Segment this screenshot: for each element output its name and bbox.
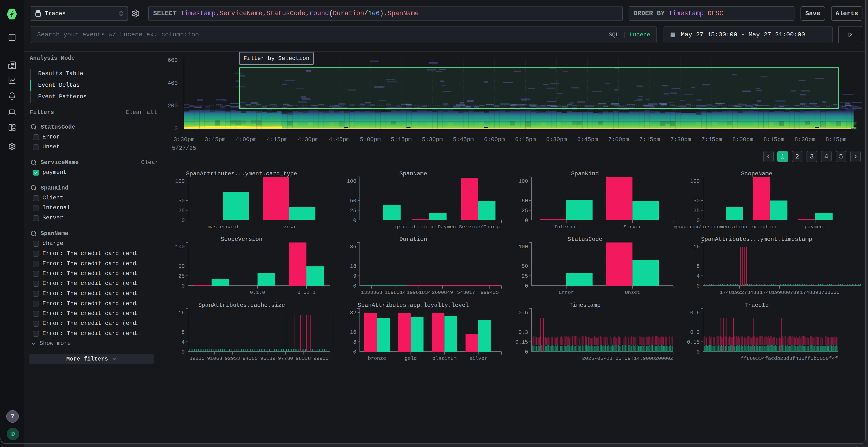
- svg-text:999435: 999435: [480, 290, 499, 295]
- svg-text:7:00pm: 7:00pm: [608, 136, 629, 143]
- svg-text:0.51.1: 0.51.1: [297, 290, 316, 295]
- svg-text:5:00pm: 5:00pm: [360, 136, 380, 143]
- svg-text:platinum: platinum: [432, 356, 457, 361]
- svg-text:96139: 96139: [260, 356, 275, 361]
- svg-text:0: 0: [353, 218, 356, 224]
- svg-text:4: 4: [182, 339, 185, 345]
- svg-text:1333363: 1333363: [361, 290, 382, 295]
- svg-text:TraceId: TraceId: [745, 302, 769, 309]
- svg-text:1748393738536: 1748393738536: [800, 290, 840, 295]
- svg-text:0.15: 0.15: [687, 339, 700, 345]
- svg-text:SpanAttributes.cache.size: SpanAttributes.cache.size: [198, 302, 285, 309]
- svg-text:8:45pm: 8:45pm: [826, 136, 846, 143]
- svg-text:8:30pm: 8:30pm: [795, 136, 815, 143]
- svg-text:ScopeVersion: ScopeVersion: [221, 236, 262, 243]
- svg-text:4: 4: [696, 273, 700, 279]
- svg-text:5:15pm: 5:15pm: [391, 136, 411, 143]
- svg-text:0: 0: [525, 218, 528, 224]
- svg-text:6:00pm: 6:00pm: [484, 136, 505, 143]
- svg-text:50: 50: [350, 198, 356, 204]
- svg-text:8: 8: [182, 330, 185, 336]
- svg-text:0: 0: [182, 218, 185, 224]
- svg-text:0.6: 0.6: [518, 310, 528, 316]
- svg-text:8: 8: [353, 339, 356, 345]
- svg-text:4:00pm: 4:00pm: [236, 136, 256, 143]
- svg-text:50: 50: [522, 198, 528, 204]
- svg-text:Duration: Duration: [399, 236, 427, 243]
- svg-text:1748199880789: 1748199880789: [760, 290, 799, 295]
- svg-text:32: 32: [350, 310, 356, 316]
- svg-text:Error: Error: [559, 290, 574, 295]
- svg-text:25: 25: [350, 208, 356, 214]
- svg-text:bronze: bronze: [368, 356, 386, 361]
- svg-text:4:45pm: 4:45pm: [329, 136, 350, 143]
- svg-text:6:30pm: 6:30pm: [546, 136, 567, 143]
- svg-text:8:00pm: 8:00pm: [732, 136, 753, 143]
- svg-text:SpanAttributes...yment.timesta: SpanAttributes...yment.timestamp: [701, 236, 812, 243]
- svg-text:543017: 543017: [457, 290, 475, 295]
- svg-text:16: 16: [693, 244, 700, 250]
- svg-text:0.3: 0.3: [518, 330, 528, 336]
- svg-text:0: 0: [525, 349, 528, 355]
- svg-text:ff860334facdb23d3f430ff5b5050f: ff860334facdb23d3f430ff5b5050f4f: [741, 356, 838, 361]
- svg-text:grpc.oteldemo.PaymentService/C: grpc.oteldemo.PaymentService/Charge: [395, 224, 501, 230]
- svg-text:1748192273433: 1748192273433: [720, 290, 759, 295]
- svg-text:100: 100: [175, 244, 185, 250]
- svg-text:ScopeName: ScopeName: [741, 171, 772, 177]
- svg-text:0: 0: [696, 218, 700, 224]
- svg-text:StatusCode: StatusCode: [567, 236, 602, 243]
- svg-text:25: 25: [693, 208, 700, 214]
- svg-text:8: 8: [696, 264, 700, 270]
- svg-text:1698314: 1698314: [384, 290, 406, 295]
- svg-text:98338: 98338: [296, 356, 311, 361]
- svg-text:4:15pm: 4:15pm: [267, 136, 287, 143]
- svg-text:5:30pm: 5:30pm: [422, 136, 443, 143]
- svg-text:7:15pm: 7:15pm: [639, 136, 660, 143]
- svg-text:50: 50: [522, 264, 528, 270]
- svg-text:0: 0: [696, 283, 700, 289]
- svg-text:SpanAttributes...yment.card_ty: SpanAttributes...yment.card_type: [186, 171, 297, 177]
- svg-text:25: 25: [522, 273, 528, 279]
- svg-text:0: 0: [353, 283, 356, 289]
- svg-text:Timestamp: Timestamp: [569, 302, 600, 309]
- svg-text:400: 400: [168, 80, 178, 87]
- svg-text:91063: 91063: [207, 356, 222, 361]
- svg-text:6:45pm: 6:45pm: [577, 136, 598, 143]
- svg-text:0: 0: [182, 283, 185, 289]
- svg-text:100: 100: [347, 178, 356, 184]
- svg-text:2025-05-28T03:59:14.900820000Z: 2025-05-28T03:59:14.900820000Z: [582, 356, 673, 361]
- svg-text:100: 100: [518, 244, 528, 250]
- svg-text:0: 0: [525, 283, 528, 289]
- svg-text:94365: 94365: [243, 356, 258, 361]
- svg-text:7:30pm: 7:30pm: [670, 136, 691, 143]
- svg-text:0.3: 0.3: [690, 330, 700, 336]
- svg-text:25: 25: [522, 208, 528, 214]
- svg-text:25: 25: [179, 273, 185, 279]
- svg-text:50: 50: [179, 198, 185, 204]
- svg-text:600: 600: [168, 57, 178, 64]
- svg-text:200: 200: [168, 103, 178, 109]
- svg-text:2600849: 2600849: [432, 290, 453, 295]
- svg-text:@hyperdx/instrumentation-excep: @hyperdx/instrumentation-exception: [674, 224, 778, 230]
- svg-text:mastercard: mastercard: [208, 224, 238, 230]
- svg-text:0: 0: [353, 349, 356, 355]
- svg-text:9: 9: [353, 273, 356, 279]
- svg-text:8:15pm: 8:15pm: [763, 136, 784, 143]
- svg-text:6:15pm: 6:15pm: [515, 136, 536, 143]
- svg-text:0.6: 0.6: [690, 310, 700, 316]
- svg-text:16: 16: [179, 310, 185, 316]
- svg-text:50: 50: [693, 198, 700, 204]
- svg-text:0: 0: [182, 349, 185, 355]
- svg-text:100: 100: [175, 178, 185, 184]
- svg-text:5:45pm: 5:45pm: [453, 136, 474, 143]
- svg-text:SpanKind: SpanKind: [571, 171, 599, 177]
- svg-text:36: 36: [350, 244, 356, 250]
- svg-text:Internal: Internal: [554, 224, 579, 230]
- svg-text:5/27/25: 5/27/25: [172, 145, 196, 151]
- svg-text:50: 50: [179, 264, 185, 270]
- svg-text:97730: 97730: [278, 356, 293, 361]
- svg-text:18: 18: [350, 264, 356, 270]
- svg-text:gold: gold: [405, 356, 416, 361]
- svg-text:Unset: Unset: [625, 290, 640, 295]
- svg-text:3:45pm: 3:45pm: [205, 136, 225, 143]
